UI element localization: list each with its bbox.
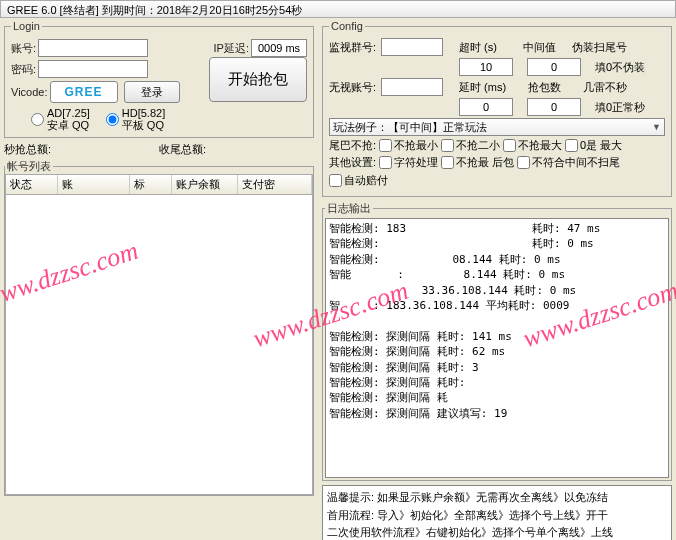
mid-label: 中间值: [523, 40, 556, 55]
log-output[interactable]: 智能检测: 183 耗时: 47 ms 智能检测: 耗时: 0 ms 智能检测:…: [325, 218, 669, 478]
timeout-label: 超时 (s): [459, 40, 497, 55]
account-label: 账号:: [11, 41, 36, 56]
col-status[interactable]: 状态: [6, 175, 58, 194]
chk-max[interactable]: 不抢最大: [503, 138, 562, 153]
tips-box: 温馨提示: 如果显示账户余额》无需再次全离线》以免冻结 首用流程: 导入》初始化…: [322, 485, 672, 540]
timeout-input[interactable]: [459, 58, 513, 76]
sec-total-label: 秒抢总额:: [4, 142, 159, 157]
chk-unfit[interactable]: 不符合中间不扫尾: [517, 155, 620, 170]
radio-ad[interactable]: AD[7.25] 安卓 QQ: [31, 107, 90, 131]
radio-hd[interactable]: HD[5.82] 平板 QQ: [106, 107, 165, 131]
config-panel: Config 监视群号: 超时 (s) 中间值 伪装扫尾号 填0不伪装: [322, 20, 672, 197]
play-mode-combo[interactable]: 玩法例子：【可中间】正常玩法 ▼: [329, 118, 665, 136]
tip-line-2: 首用流程: 导入》初始化》全部离线》选择个号上线》开干: [327, 507, 667, 525]
delay-label: 延时 (ms): [459, 80, 506, 95]
col-balance[interactable]: 账户余额: [172, 175, 238, 194]
tail-no-label: 尾巴不抢:: [329, 138, 376, 153]
gree-logo: GREE: [50, 81, 118, 103]
ignore-label: 无视账号:: [329, 80, 377, 95]
chk-last[interactable]: 不抢最 后包: [441, 155, 514, 170]
thunder-note: 填0正常秒: [595, 100, 645, 115]
thunder-label: 几雷不秒: [583, 80, 627, 95]
account-list-panel: 帐号列表 状态 账 标 账户余额 支付密: [4, 159, 314, 496]
login-button[interactable]: 登录: [124, 81, 180, 103]
combo-text: 玩法例子：【可中间】正常玩法: [333, 120, 487, 135]
col-mark[interactable]: 标: [130, 175, 172, 194]
vicode-label: Vicode:: [11, 86, 48, 98]
fake-tail-label: 伪装扫尾号: [572, 40, 627, 55]
chk-min[interactable]: 不抢最小: [379, 138, 438, 153]
log-panel: 日志输出 智能检测: 183 耗时: 47 ms 智能检测: 耗时: 0 ms …: [322, 201, 672, 481]
table-body[interactable]: [5, 195, 313, 495]
chevron-down-icon: ▼: [652, 122, 661, 132]
fake-tail-note: 填0不伪装: [595, 60, 645, 75]
login-panel: Login 账号: IP延迟: 密码: 探测间隔: Vicode: GREE 登…: [4, 20, 314, 138]
chk-char[interactable]: 字符处理: [379, 155, 438, 170]
watch-group-input[interactable]: [381, 38, 443, 56]
ipdelay-value: [251, 39, 307, 57]
start-grab-button[interactable]: 开始抢包: [209, 57, 307, 102]
watch-group-label: 监视群号:: [329, 40, 377, 55]
ipdelay-label: IP延迟:: [214, 41, 249, 56]
tip-line-1: 温馨提示: 如果显示账户余额》无需再次全离线》以免冻结: [327, 489, 667, 507]
tail-total-label: 收尾总额:: [159, 142, 314, 157]
password-input[interactable]: [38, 60, 148, 78]
col-account[interactable]: 账: [58, 175, 130, 194]
mid-input[interactable]: [527, 58, 581, 76]
password-label: 密码:: [11, 62, 36, 77]
log-legend: 日志输出: [325, 201, 373, 216]
config-legend: Config: [329, 20, 365, 32]
window-title: GREE 6.0 [终结者] 到期时间：2018年2月20日16时25分54秒: [0, 0, 676, 18]
chk-0max[interactable]: 0是 最大: [565, 138, 622, 153]
login-legend: Login: [11, 20, 42, 32]
chk-2min[interactable]: 不抢二小: [441, 138, 500, 153]
delay-input[interactable]: [459, 98, 513, 116]
tip-line-3: 二次使用软件流程》右键初始化》选择个号单个离线》上线: [327, 524, 667, 540]
grab-cnt-input[interactable]: [527, 98, 581, 116]
other-label: 其他设置:: [329, 155, 376, 170]
chk-auto[interactable]: 自动赔付: [329, 173, 388, 188]
ignore-input[interactable]: [381, 78, 443, 96]
col-paypwd[interactable]: 支付密: [238, 175, 312, 194]
grab-cnt-label: 抢包数: [528, 80, 561, 95]
table-header: 状态 账 标 账户余额 支付密: [5, 174, 313, 195]
account-list-legend: 帐号列表: [5, 159, 53, 174]
account-input[interactable]: [38, 39, 148, 57]
